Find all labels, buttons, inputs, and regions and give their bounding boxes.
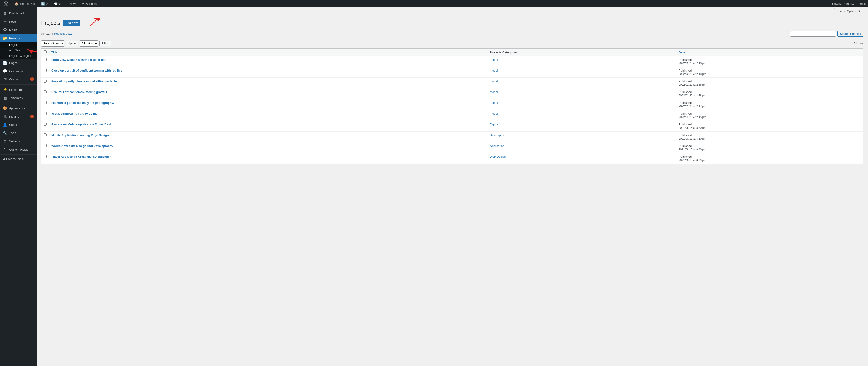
row-checkbox[interactable] bbox=[44, 122, 47, 125]
categories-column-header: Projects Categories bbox=[488, 49, 676, 56]
sidebar-item-contact[interactable]: ✉ Contact 1 bbox=[0, 75, 37, 83]
row-checkbox[interactable] bbox=[44, 112, 47, 115]
row-checkbox[interactable] bbox=[44, 144, 47, 147]
bulk-actions-select[interactable]: Bulk actions Delete bbox=[41, 40, 64, 47]
row-category-link[interactable]: model bbox=[490, 80, 498, 83]
custom-fields-icon: 🗂 bbox=[3, 147, 7, 152]
sidebar-item-appearance[interactable]: 🎨 Appearance bbox=[0, 104, 37, 112]
collapse-menu-button[interactable]: ◀ Collapse menu bbox=[0, 156, 37, 163]
row-category-link[interactable]: Development bbox=[490, 133, 507, 137]
sidebar-item-settings[interactable]: ⚙ Settings bbox=[0, 137, 37, 145]
row-category-link[interactable]: model bbox=[490, 58, 498, 61]
row-title-link[interactable]: Restaurant Mobile Application Figma Desi… bbox=[51, 122, 115, 126]
title-sort-link[interactable]: Title bbox=[51, 51, 58, 54]
row-category-link[interactable]: Figma bbox=[490, 122, 498, 126]
row-date-value: 2022/02/20 at 2:45 pm bbox=[679, 115, 706, 119]
date-sort-link[interactable]: Date bbox=[679, 51, 685, 54]
row-title-link[interactable]: Fashion is part of the daily life photog… bbox=[51, 101, 114, 105]
row-title-link[interactable]: Travel App Design Creativity & Applicati… bbox=[51, 155, 112, 158]
updates-item[interactable]: 🔄 2 bbox=[40, 0, 49, 7]
filter-button[interactable]: Filter bbox=[99, 40, 111, 46]
row-date-status: Published bbox=[679, 58, 692, 61]
sidebar-item-label: Pages bbox=[9, 61, 18, 65]
title-column-header[interactable]: Title bbox=[49, 49, 488, 56]
table-row: Mobile Application Landing Page Design. … bbox=[41, 132, 863, 142]
apply-button[interactable]: Apply bbox=[66, 40, 78, 46]
row-checkbox[interactable] bbox=[44, 80, 47, 83]
sidebar-subitem-projects-category[interactable]: Projects Category bbox=[0, 53, 37, 59]
row-checkbox[interactable] bbox=[44, 69, 47, 72]
wp-logo-item[interactable]: W bbox=[2, 0, 10, 7]
row-title-link[interactable]: Close op portrait of confident woman wit… bbox=[51, 69, 122, 72]
row-checkbox[interactable] bbox=[44, 101, 47, 104]
sidebar-item-elementor[interactable]: ⚡ Elementor bbox=[0, 85, 37, 94]
row-category-link[interactable]: model bbox=[490, 69, 498, 72]
row-title-link[interactable]: Portrait of pretty blonde model sitting … bbox=[51, 80, 118, 83]
row-date-status: Published bbox=[679, 112, 692, 115]
table-row: Travel App Design Creativity & Applicati… bbox=[41, 153, 863, 164]
row-category-link[interactable]: model bbox=[490, 90, 498, 94]
row-checkbox[interactable] bbox=[44, 133, 47, 136]
screen-options-bar: Screen Options ▼ bbox=[37, 7, 868, 15]
row-date-status: Published bbox=[679, 80, 692, 83]
appearance-icon: 🎨 bbox=[3, 106, 7, 110]
screen-options-button[interactable]: Screen Options ▼ bbox=[834, 8, 863, 14]
howdy-text: Howdy, Rainbow Themes bbox=[832, 2, 866, 5]
contact-icon: ✉ bbox=[3, 77, 7, 82]
sidebar-item-projects[interactable]: 📁 Projects bbox=[0, 34, 37, 42]
add-new-button[interactable]: Add New bbox=[63, 20, 80, 26]
sidebar-subitem-projects[interactable]: Projects bbox=[0, 42, 37, 48]
comments-item[interactable]: 💬 0 bbox=[53, 0, 62, 7]
search-input[interactable] bbox=[790, 31, 836, 37]
filter-published[interactable]: Published (12) bbox=[54, 32, 73, 35]
row-date-value: 2022/02/20 at 2:48 pm bbox=[679, 62, 706, 65]
sidebar-item-media[interactable]: 🖼 Media bbox=[0, 26, 37, 34]
select-all-checkbox[interactable] bbox=[44, 50, 47, 53]
date-filter-select[interactable]: All dates bbox=[80, 40, 98, 47]
row-title-link[interactable]: Workout Website Design And Development. bbox=[51, 144, 113, 148]
row-title-link[interactable]: Mobile Application Landing Page Design. bbox=[51, 133, 110, 137]
row-checkbox[interactable] bbox=[44, 155, 47, 158]
table-row: Beautiful african female feeling gratefu… bbox=[41, 88, 863, 99]
sidebar-item-label: Comments bbox=[9, 69, 24, 73]
search-projects-button[interactable]: Search Projects bbox=[837, 31, 863, 37]
sidebar-item-posts[interactable]: ✏ Posts bbox=[0, 18, 37, 26]
users-icon: 👤 bbox=[3, 122, 7, 127]
sidebar-item-users[interactable]: 👤 Users bbox=[0, 120, 37, 129]
row-checkbox[interactable] bbox=[44, 58, 47, 61]
row-date-status: Published bbox=[679, 133, 692, 137]
row-title-cell: Front view woman wearing trucker hat. bbox=[49, 56, 488, 67]
sidebar-subitem-add-new[interactable]: Add New bbox=[0, 48, 37, 53]
row-title-link[interactable]: Beautiful african female feeling gratefu… bbox=[51, 90, 108, 94]
sidebar-item-custom-fields[interactable]: 🗂 Custom Fields bbox=[0, 145, 37, 153]
row-title-link[interactable]: Jessie Andrews is hard to define. bbox=[51, 112, 98, 115]
row-category-link[interactable]: model bbox=[490, 112, 498, 115]
row-checkbox-cell bbox=[41, 110, 49, 121]
row-checkbox-cell bbox=[41, 88, 49, 99]
admin-bar: W 🏠 Theme Doc 🔄 2 💬 0 + New View Posts H… bbox=[0, 0, 868, 7]
sidebar-item-templates[interactable]: ▦ Templates bbox=[0, 94, 37, 102]
row-checkbox[interactable] bbox=[44, 90, 47, 93]
page-header: Projects Add New bbox=[41, 17, 863, 29]
row-title-cell: Restaurant Mobile Application Figma Desi… bbox=[49, 121, 488, 132]
row-date-cell: Published 2021/08/15 at 8:20 pm bbox=[676, 142, 863, 153]
sidebar-item-plugins[interactable]: 🔌 Plugins 2 bbox=[0, 112, 37, 120]
view-posts-item[interactable]: View Posts bbox=[81, 0, 98, 7]
site-name-item[interactable]: 🏠 Theme Doc bbox=[13, 0, 36, 7]
sidebar-item-comments[interactable]: 💬 Comments bbox=[0, 67, 37, 75]
filter-all[interactable]: All (12) bbox=[41, 32, 51, 35]
projects-icon: 📁 bbox=[3, 36, 7, 40]
row-title-cell: Travel App Design Creativity & Applicati… bbox=[49, 153, 488, 164]
sidebar-item-tools[interactable]: 🔧 Tools bbox=[0, 129, 37, 137]
row-category-link[interactable]: model bbox=[490, 101, 498, 105]
sidebar-item-pages[interactable]: 📄 Pages bbox=[0, 59, 37, 67]
row-title-link[interactable]: Front view woman wearing trucker hat. bbox=[51, 58, 106, 61]
row-category-link[interactable]: Web Design bbox=[490, 155, 506, 158]
row-category-link[interactable]: Application bbox=[490, 144, 504, 148]
sidebar-item-dashboard[interactable]: ⊞ Dashboard bbox=[0, 9, 37, 18]
date-column-header[interactable]: Date bbox=[676, 49, 863, 56]
new-item[interactable]: + New bbox=[66, 0, 77, 7]
row-title-cell: Jessie Andrews is hard to define. bbox=[49, 110, 488, 121]
sidebar-item-label: Settings bbox=[9, 140, 20, 143]
row-category-cell: model bbox=[488, 99, 676, 110]
